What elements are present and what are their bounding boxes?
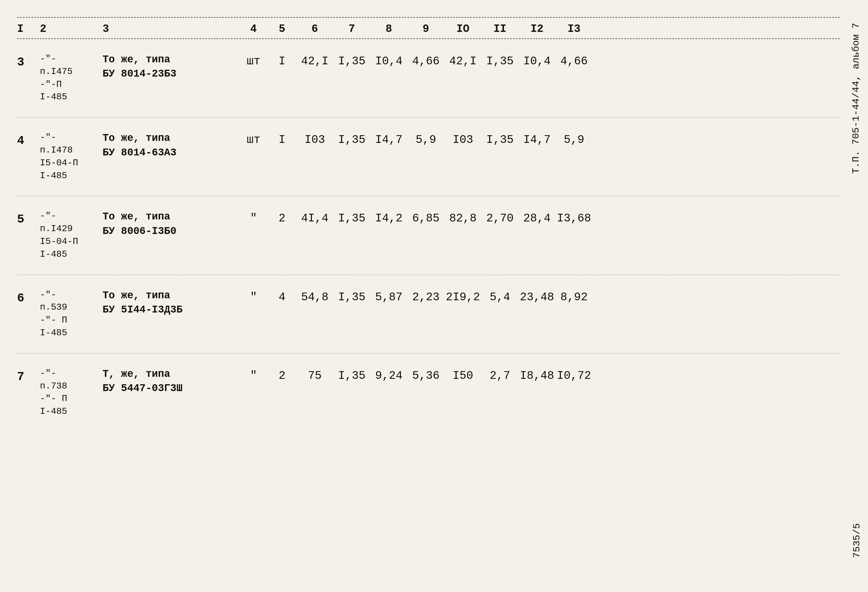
row-cell-7: I,35 [333,367,371,382]
row-cell-7: I,35 [333,53,371,68]
row-cell-6: I03 [296,131,333,146]
row-description: Т, же, типа БУ 5447-03Г3Ш [103,367,239,396]
row-cell-4: шт [239,131,268,146]
header-col-7: 7 [333,23,371,35]
row-cell-9: 4,66 [407,53,444,68]
row-cell-4: шт [239,53,268,68]
row-cell-6: 54,8 [296,289,333,304]
row-number: 5 [17,210,40,226]
row-cell-8: I4,7 [371,131,407,146]
row-number: 3 [17,53,40,69]
row-cell-8: 9,24 [371,367,407,382]
row-cell-7: I,35 [333,210,371,225]
row-description: То же, типа БУ 8006-I3Б0 [103,210,239,239]
row-cell-9: 5,9 [407,131,444,146]
row-ref: -"- п.I478 I5-04-П I-485 [40,131,103,182]
table-header: I 2 3 4 5 6 7 8 9 IO II I2 I3 [17,18,840,39]
side-text-bottom: 7535/5 [852,523,862,558]
row-cell-7: I,35 [333,289,371,304]
row-cell-13: 8,92 [555,289,592,304]
row-cell-9: 5,36 [407,367,444,382]
row-cell-10: 42,I [444,53,481,68]
table-row: 6-"- п.539 -"- П I-485То же, типа БУ 5I4… [17,275,840,353]
header-col-12: I2 [518,23,555,35]
row-cell-12: I8,48 [518,367,555,382]
header-col-11: II [481,23,518,35]
row-cell-12: 28,4 [518,210,555,225]
header-col-2: 2 [40,23,103,35]
row-cell-5: 2 [268,210,296,225]
row-cell-6: 75 [296,367,333,382]
row-cell-8: I0,4 [371,53,407,68]
row-cell-9: 2,23 [407,289,444,304]
row-cell-8: I4,2 [371,210,407,225]
row-cell-12: I4,7 [518,131,555,146]
table-row: 3-"- п.I475 -"-П I-485То же, типа БУ 801… [17,39,840,118]
row-cell-5: 2 [268,367,296,382]
header-col-1: I [17,23,40,35]
table-body: 3-"- п.I475 -"-П I-485То же, типа БУ 801… [17,39,840,432]
table-row: 7-"- п.738 -"- П I-485Т, же, типа БУ 544… [17,353,840,432]
row-ref: -"- п.I475 -"-П I-485 [40,53,103,104]
row-cell-10: I50 [444,367,481,382]
row-cell-11: 5,4 [481,289,518,304]
row-cell-10: I03 [444,131,481,146]
row-cell-13: I0,72 [555,367,592,382]
row-cell-5: I [268,53,296,68]
row-description: То же, типа БУ 5I44-I3Д3Б [103,289,239,317]
row-description: То же, типа БУ 8014-63А3 [103,131,239,160]
row-cell-13: 5,9 [555,131,592,146]
header-col-13: I3 [555,23,592,35]
row-cell-4: " [239,210,268,225]
header-col-5: 5 [268,23,296,35]
header-col-6: 6 [296,23,333,35]
row-cell-12: I0,4 [518,53,555,68]
table-row: 4-"- п.I478 I5-04-П I-485То же, типа БУ … [17,118,840,196]
row-ref: -"- п.I429 I5-04-П I-485 [40,210,103,261]
row-number: 6 [17,289,40,305]
row-cell-11: 2,70 [481,210,518,225]
row-cell-6: 42,I [296,53,333,68]
row-cell-4: " [239,367,268,382]
row-cell-5: I [268,131,296,146]
row-cell-10: 82,8 [444,210,481,225]
row-number: 7 [17,367,40,384]
row-cell-11: 2,7 [481,367,518,382]
row-cell-7: I,35 [333,131,371,146]
row-cell-11: I,35 [481,53,518,68]
row-description: То же, типа БУ 8014-23Б3 [103,53,239,81]
header-col-10: IO [444,23,481,35]
header-col-9: 9 [407,23,444,35]
side-text-top: Т.П. 705-1-44/44, альбом 7 [850,23,862,174]
header-col-3: 3 [103,23,239,35]
row-cell-9: 6,85 [407,210,444,225]
row-cell-5: 4 [268,289,296,304]
row-cell-6: 4I,4 [296,210,333,225]
row-cell-13: I3,68 [555,210,592,225]
row-cell-13: 4,66 [555,53,592,68]
row-cell-8: 5,87 [371,289,407,304]
row-ref: -"- п.738 -"- П I-485 [40,367,103,418]
row-cell-12: 23,48 [518,289,555,304]
row-ref: -"- п.539 -"- П I-485 [40,289,103,340]
header-col-8: 8 [371,23,407,35]
row-cell-11: I,35 [481,131,518,146]
row-cell-4: " [239,289,268,304]
row-cell-10: 2I9,2 [444,289,481,304]
row-number: 4 [17,131,40,148]
header-col-4: 4 [239,23,268,35]
table-row: 5-"- п.I429 I5-04-П I-485То же, типа БУ … [17,196,840,275]
